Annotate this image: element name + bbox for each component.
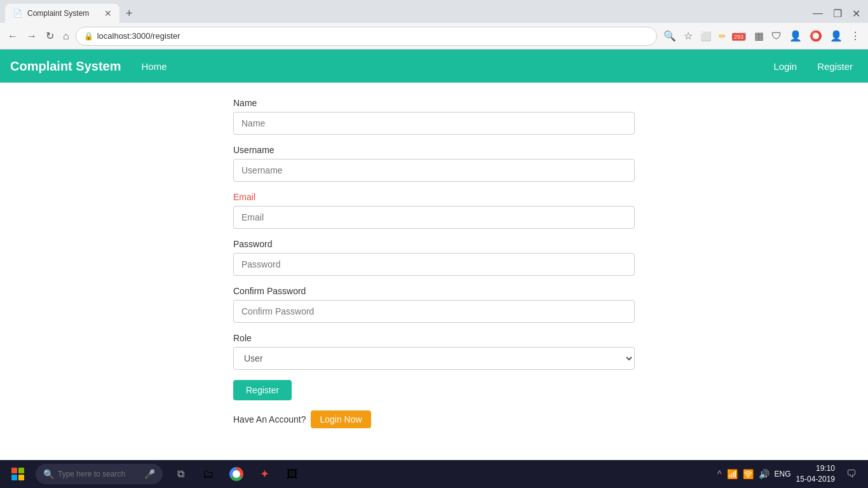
app-brand: Complaint System <box>10 59 121 74</box>
extension-grid-btn[interactable]: ▦ <box>752 27 766 44</box>
username-form-group: Username <box>233 145 635 182</box>
minimize-button[interactable]: — <box>810 8 825 20</box>
toolbar-icons: 🔍 ☆ ⬜ ✏ 📧 293 ▦ 🛡 👤 ⭕ 👤 ⋮ <box>661 27 863 44</box>
search-icon: 🔍 <box>43 469 54 479</box>
confirm-password-form-group: Confirm Password <box>233 286 635 323</box>
username-input[interactable] <box>233 159 635 182</box>
user-icon-btn[interactable]: 👤 <box>787 27 804 44</box>
browser-chrome: 📄 Complaint System ✕ + — ❐ ✕ ← → ↻ ⌂ 🔒 l… <box>0 0 868 50</box>
have-account-text: Have An Account? <box>233 414 306 424</box>
browser-titlebar: 📄 Complaint System ✕ + — ❐ ✕ <box>0 0 868 23</box>
app-navbar: Complaint System Home Login Register <box>0 50 868 83</box>
browser-tab[interactable]: 📄 Complaint System ✕ <box>5 4 119 23</box>
name-label: Name <box>233 98 635 108</box>
email-label: Email <box>233 192 635 202</box>
wifi-icon: 🛜 <box>743 469 754 479</box>
profile-avatar-btn[interactable]: 👤 <box>827 27 845 44</box>
role-select[interactable]: User Admin <box>233 347 635 370</box>
mail-badge-count: 293 <box>732 33 745 41</box>
new-tab-button[interactable]: + <box>122 6 137 22</box>
tab-page-icon: 📄 <box>13 9 22 18</box>
back-button[interactable]: ← <box>5 28 20 44</box>
role-form-group: Role User Admin <box>233 333 635 370</box>
shield-btn[interactable]: 🛡 <box>769 28 784 44</box>
search-icon-btn[interactable]: 🔍 <box>661 27 679 44</box>
volume-icon[interactable]: 🔊 <box>759 469 770 479</box>
window-controls: — ❐ ✕ <box>810 8 863 20</box>
chrome-icon <box>229 467 243 481</box>
taskbar-right: ^ 📶 🛜 🔊 ENG 19:10 15-04-2019 🗨 <box>717 463 863 485</box>
extension1-btn[interactable]: ⬜ <box>698 28 714 44</box>
menu-btn[interactable]: ⋮ <box>848 27 863 44</box>
opera-icon-btn[interactable]: ⭕ <box>807 27 825 44</box>
system-tray-up-icon[interactable]: ^ <box>717 469 722 479</box>
have-account-row: Have An Account? Login Now <box>233 410 635 428</box>
colorful-app[interactable]: ✦ <box>252 461 277 487</box>
bookmark-star-btn[interactable]: ☆ <box>681 27 695 44</box>
password-input[interactable] <box>233 253 635 276</box>
password-form-group: Password <box>233 239 635 276</box>
maximize-button[interactable]: ❐ <box>831 8 844 20</box>
taskbar-search-bar[interactable]: 🔍 🎤 <box>36 464 163 484</box>
role-label: Role <box>233 333 635 343</box>
tab-close-button[interactable]: ✕ <box>104 9 112 18</box>
mail-btn[interactable]: 📧 293 <box>731 27 749 44</box>
home-button[interactable]: ⌂ <box>60 28 72 44</box>
login-nav-link[interactable]: Login <box>768 58 802 74</box>
app-content: Name Username Email Password Confirm Pas… <box>0 83 868 488</box>
home-nav-link[interactable]: Home <box>136 58 172 74</box>
register-button[interactable]: Register <box>233 380 292 400</box>
taskbar-time-display: 19:10 <box>796 463 835 474</box>
taskbar-date-display: 15-04-2019 <box>796 474 835 485</box>
taskbar: 🔍 🎤 ⧉ 🗂 ✦ 🖼 ^ 📶 🛜 🔊 ENG 19:10 15-04-2019 <box>0 460 868 488</box>
file-explorer-app[interactable]: 🗂 <box>196 461 221 487</box>
browser-toolbar: ← → ↻ ⌂ 🔒 localhost:3000/register 🔍 ☆ ⬜ … <box>0 23 868 50</box>
address-lock-icon: 🔒 <box>84 32 93 41</box>
chrome-app[interactable] <box>224 461 249 487</box>
task-view-button[interactable]: ⧉ <box>168 461 193 487</box>
address-url: localhost:3000/register <box>97 31 180 41</box>
taskbar-search-input[interactable] <box>58 470 140 478</box>
windows-logo-icon <box>11 468 24 480</box>
extension-pencil-btn[interactable]: ✏ <box>716 29 729 44</box>
login-now-button[interactable]: Login Now <box>311 410 370 428</box>
notification-button[interactable]: 🗨 <box>840 463 863 485</box>
nav-right: Login Register <box>768 58 858 74</box>
photos-app[interactable]: 🖼 <box>280 461 305 487</box>
tab-title: Complaint System <box>27 9 99 18</box>
name-form-group: Name <box>233 98 635 135</box>
microphone-icon[interactable]: 🎤 <box>144 469 155 479</box>
password-label: Password <box>233 239 635 249</box>
close-button[interactable]: ✕ <box>850 8 863 20</box>
register-nav-link[interactable]: Register <box>812 58 858 74</box>
forward-button[interactable]: → <box>24 28 39 44</box>
taskbar-apps: ⧉ 🗂 ✦ 🖼 <box>168 461 305 487</box>
network-icon: 📶 <box>727 469 738 479</box>
register-form-container: Name Username Email Password Confirm Pas… <box>116 98 752 428</box>
username-label: Username <box>233 145 635 155</box>
taskbar-clock: 19:10 15-04-2019 <box>796 463 835 485</box>
email-input[interactable] <box>233 206 635 229</box>
refresh-button[interactable]: ↻ <box>43 27 57 44</box>
confirm-password-input[interactable] <box>233 300 635 323</box>
name-input[interactable] <box>233 112 635 135</box>
address-bar[interactable]: 🔒 localhost:3000/register <box>76 27 657 46</box>
email-form-group: Email <box>233 192 635 229</box>
confirm-password-label: Confirm Password <box>233 286 635 296</box>
start-button[interactable] <box>5 461 31 487</box>
language-indicator: ENG <box>775 470 791 478</box>
